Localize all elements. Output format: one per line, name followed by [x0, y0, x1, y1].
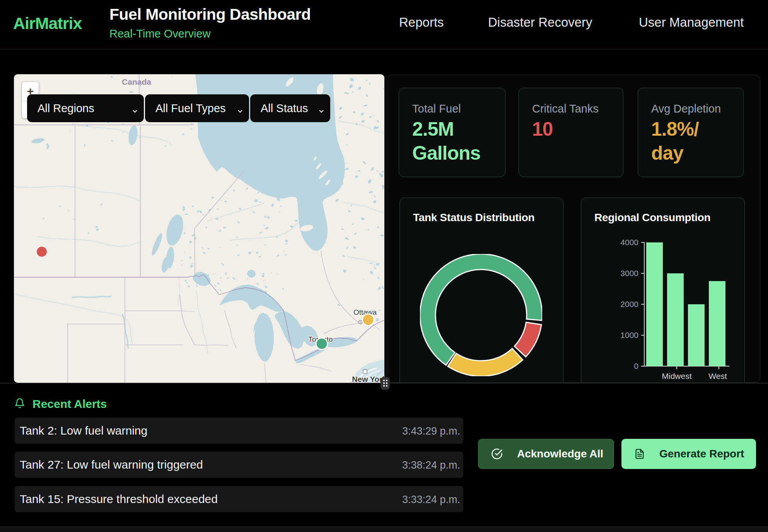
svg-text:4000: 4000 — [620, 238, 638, 247]
svg-text:New York: New York — [352, 375, 384, 383]
svg-text:1000: 1000 — [620, 331, 638, 339]
svg-text:Canada: Canada — [122, 77, 151, 86]
svg-text:0: 0 — [634, 361, 638, 370]
svg-text:Midwest: Midwest — [662, 372, 691, 380]
svg-text:2000: 2000 — [620, 300, 638, 309]
svg-text:3000: 3000 — [620, 269, 638, 278]
svg-text:West: West — [708, 372, 727, 380]
